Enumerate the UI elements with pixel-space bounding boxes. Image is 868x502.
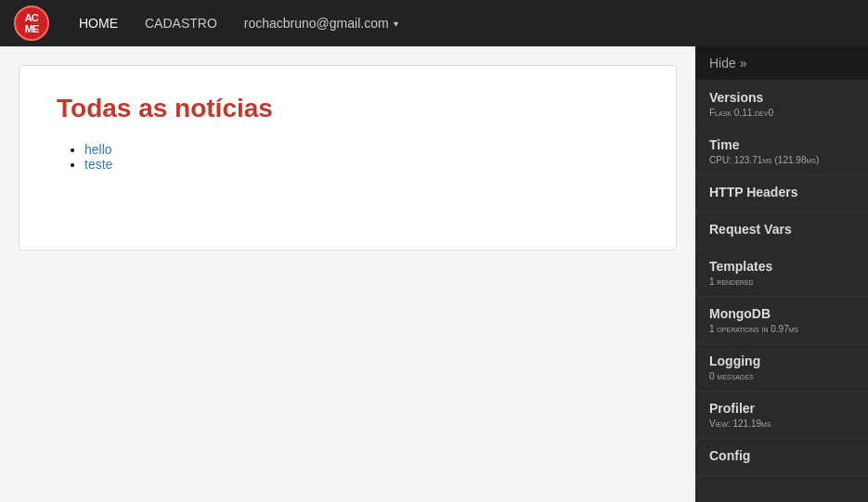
nav-link-home[interactable]: HOME bbox=[68, 8, 129, 38]
debug-section-versions[interactable]: Versions Flask 0.11.dev0 bbox=[695, 81, 868, 128]
content-area: Todas as notícias hello teste bbox=[0, 46, 695, 502]
debug-logging-sub: 0 messages bbox=[709, 371, 854, 381]
brand-logo-text: ACME bbox=[25, 12, 39, 34]
view-label: View: bbox=[709, 418, 731, 429]
debug-hide-link[interactable]: Hide » bbox=[709, 56, 746, 71]
debug-profiler-sub: View: 121.19ms bbox=[709, 418, 854, 429]
debug-section-request-vars[interactable]: Request Vars bbox=[695, 212, 868, 250]
page-title: Todas as notícias bbox=[57, 94, 639, 123]
debug-section-templates[interactable]: Templates 1 rendered bbox=[695, 250, 868, 297]
nav-item-user[interactable]: rochacbruno@gmail.com ▾ bbox=[233, 8, 409, 38]
ms-label: ms bbox=[762, 155, 772, 165]
navbar-brand[interactable]: ACME bbox=[14, 6, 49, 41]
debug-profiler-title: Profiler bbox=[709, 401, 854, 416]
debug-config-title: Config bbox=[709, 448, 854, 463]
debug-http-headers-title: HTTP Headers bbox=[709, 185, 854, 200]
debug-templates-sub: 1 rendered bbox=[709, 277, 854, 287]
news-link-hello[interactable]: hello bbox=[84, 142, 112, 157]
news-list: hello teste bbox=[57, 142, 639, 172]
dropdown-caret-icon: ▾ bbox=[394, 19, 398, 29]
nav-item-home[interactable]: HOME bbox=[68, 8, 129, 38]
debug-panel: Hide » Versions Flask 0.11.dev0 Time CPU… bbox=[695, 46, 868, 502]
debug-hide-button[interactable]: Hide » bbox=[695, 46, 868, 81]
main-wrapper: Todas as notícias hello teste Hide » Ver… bbox=[0, 46, 868, 502]
navbar: ACME HOME CADASTRO rochacbruno@gmail.com… bbox=[0, 0, 868, 46]
operations-label: operations in bbox=[717, 324, 768, 334]
nav-link-cadastro[interactable]: CADASTRO bbox=[134, 8, 228, 38]
debug-section-http-headers[interactable]: HTTP Headers bbox=[695, 175, 868, 212]
ms-label3: ms bbox=[789, 324, 799, 334]
nav-item-cadastro[interactable]: CADASTRO bbox=[134, 8, 228, 38]
content-box: Todas as notícias hello teste bbox=[19, 65, 677, 251]
debug-section-profiler[interactable]: Profiler View: 121.19ms bbox=[695, 392, 868, 439]
list-item: hello bbox=[84, 142, 639, 157]
messages-label: messages bbox=[717, 371, 753, 381]
news-link-teste[interactable]: teste bbox=[84, 157, 112, 172]
debug-mongodb-sub: 1 operations in 0.97ms bbox=[709, 324, 854, 334]
debug-section-config[interactable]: Config bbox=[695, 439, 868, 476]
user-dropdown[interactable]: rochacbruno@gmail.com ▾ bbox=[233, 8, 409, 38]
debug-logging-title: Logging bbox=[709, 354, 854, 368]
debug-time-sub: CPU: 123.71ms (121.98ms) bbox=[709, 155, 854, 165]
debug-mongodb-title: MongoDB bbox=[709, 306, 854, 321]
debug-versions-title: Versions bbox=[709, 90, 854, 105]
debug-section-time[interactable]: Time CPU: 123.71ms (121.98ms) bbox=[695, 128, 868, 175]
user-email: rochacbruno@gmail.com bbox=[244, 16, 389, 31]
brand-logo: ACME bbox=[14, 6, 49, 41]
flask-label: Flask bbox=[709, 108, 732, 118]
debug-section-logging[interactable]: Logging 0 messages bbox=[695, 344, 868, 392]
debug-time-title: Time bbox=[709, 137, 854, 152]
rendered-label: rendered bbox=[717, 277, 753, 287]
debug-versions-sub: Flask 0.11.dev0 bbox=[709, 108, 854, 118]
dev-label: dev bbox=[755, 108, 768, 118]
list-item: teste bbox=[84, 157, 639, 172]
navbar-nav: HOME CADASTRO rochacbruno@gmail.com ▾ bbox=[68, 8, 409, 38]
ms-label4: ms bbox=[761, 418, 771, 429]
debug-section-mongodb[interactable]: MongoDB 1 operations in 0.97ms bbox=[695, 297, 868, 344]
debug-templates-title: Templates bbox=[709, 259, 854, 274]
debug-request-vars-title: Request Vars bbox=[709, 222, 854, 237]
ms-label2: ms bbox=[806, 155, 816, 165]
